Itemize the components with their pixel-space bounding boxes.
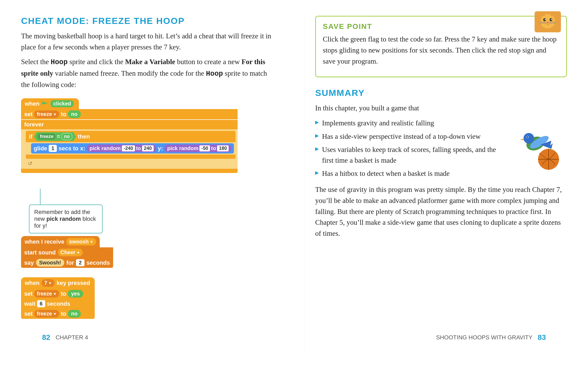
- freeze-cond-var: freeze: [38, 134, 56, 140]
- footer-left: 82 CHAPTER 4: [42, 333, 88, 342]
- swoosh-say-val: Swoosh!: [36, 259, 64, 267]
- svg-point-7: [551, 19, 552, 20]
- left-intro-p1: The moving basketball hoop is a hard tar…: [21, 31, 273, 53]
- yes-val: yes: [68, 290, 83, 298]
- then-label: then: [78, 133, 90, 140]
- glide-block: glide 1 secs to x: pick random -240 to 2…: [31, 143, 234, 154]
- summary-item-2: Has a side-view perspective instead of a…: [315, 131, 509, 142]
- summary-item-1: Implements gravity and realistic falling: [315, 118, 509, 129]
- svg-point-15: [524, 133, 534, 144]
- block-stack-1: when when clicked clicked set freeze ▼ t…: [21, 98, 238, 173]
- footer-right: SHOOTING HOOPS WITH GRAVITY 83: [436, 333, 546, 342]
- freeze-var-1[interactable]: freeze ▼: [34, 110, 59, 118]
- from-50: -50: [199, 145, 210, 151]
- say-label-2: say: [24, 259, 34, 266]
- if-label: if: [29, 133, 32, 140]
- page-num-left: 82: [42, 333, 50, 342]
- page-num-right: 83: [538, 333, 546, 342]
- swoosh-dropdown[interactable]: swoosh ▼: [66, 238, 96, 246]
- when-flag-hat: when: [25, 100, 39, 107]
- when-receive-label: when I receive: [25, 238, 64, 245]
- six-val: 6: [37, 300, 45, 307]
- to-180: 180: [217, 145, 229, 151]
- key-pressed-label: key pressed: [57, 280, 90, 287]
- forever-label: forever: [24, 121, 44, 128]
- block-stack-2: when I receive swoosh ▼ start sound Chee…: [21, 236, 113, 268]
- dropdown-arrow-1: ▼: [53, 112, 57, 116]
- wait-label: wait: [24, 300, 36, 307]
- to-240: 240: [142, 145, 154, 151]
- chapter-label-left: CHAPTER 4: [56, 334, 88, 341]
- flag-icon: [42, 101, 48, 106]
- to-label-3b: to: [61, 310, 66, 317]
- left-intro-p2: Select the Hoop sprite and click the Mak…: [21, 57, 273, 91]
- seven-key-dropdown[interactable]: 7 ▼: [42, 279, 54, 287]
- to-label-3a: to: [61, 290, 66, 297]
- set-label-1: set: [24, 111, 33, 118]
- callout-bubble: Remember to add the new pick random bloc…: [29, 205, 103, 233]
- glide-num: 1: [49, 145, 57, 152]
- scratch-cat-illustration: [535, 11, 561, 32]
- bird-basketball-illustration: [514, 120, 567, 174]
- callout-stem: [40, 189, 41, 205]
- summary-item-3: Uses variables to keep track of scores, …: [315, 144, 509, 166]
- save-point-text: Click the green flag to test the code so…: [323, 34, 559, 67]
- to-label-1: to: [61, 111, 66, 118]
- chapter-label-right: SHOOTING HOOPS WITH GRAVITY: [436, 334, 532, 341]
- refresh-row: ↺: [26, 159, 235, 168]
- set-label-3a: set: [24, 290, 33, 297]
- no-val-1: no: [68, 110, 81, 118]
- freeze-var-3b[interactable]: freeze ▼: [34, 310, 59, 318]
- when-key-label: when: [25, 280, 39, 287]
- for-label-2: for: [66, 259, 74, 266]
- no-val-3: no: [68, 310, 81, 318]
- block-stack-3: when 7 ▼ key pressed set freeze ▼ to yes: [21, 277, 95, 319]
- seconds-label-2: seconds: [87, 259, 110, 266]
- save-point-title: SAVE POINT: [323, 22, 559, 31]
- summary-paragraph: The use of gravity in this program was p…: [315, 184, 567, 239]
- summary-intro: In this chapter, you built a game that: [315, 103, 567, 114]
- save-point-box: SAVE POINT Click the green flag to test …: [315, 16, 567, 77]
- scratch-code-area: when when clicked clicked set freeze ▼ t…: [21, 98, 273, 319]
- cheer-dropdown[interactable]: Cheer ▼: [58, 249, 83, 256]
- if-condition: freeze = no: [34, 132, 76, 141]
- svg-point-18: [527, 136, 528, 138]
- svg-point-8: [547, 22, 549, 23]
- svg-point-6: [545, 19, 546, 20]
- left-title: CHEAT MODE: FREEZE THE HOOP: [21, 16, 273, 26]
- pick-random-2[interactable]: pick random -50 to 180: [164, 145, 231, 152]
- pick-random-1[interactable]: pick random -240 to 240: [87, 145, 156, 152]
- two-val: 2: [76, 259, 84, 266]
- set-label-3b: set: [24, 310, 33, 317]
- start-sound-label: start sound: [24, 249, 56, 256]
- seconds-label-3: seconds: [47, 300, 70, 307]
- summary-title: SUMMARY: [315, 88, 567, 98]
- svg-point-1: [540, 14, 555, 29]
- freeze-var-3a[interactable]: freeze ▼: [34, 290, 59, 298]
- from-240: -240: [122, 145, 135, 151]
- no-cond-val: no: [61, 133, 72, 140]
- summary-item-4: Has a hitbox to detect when a basket is …: [315, 168, 509, 179]
